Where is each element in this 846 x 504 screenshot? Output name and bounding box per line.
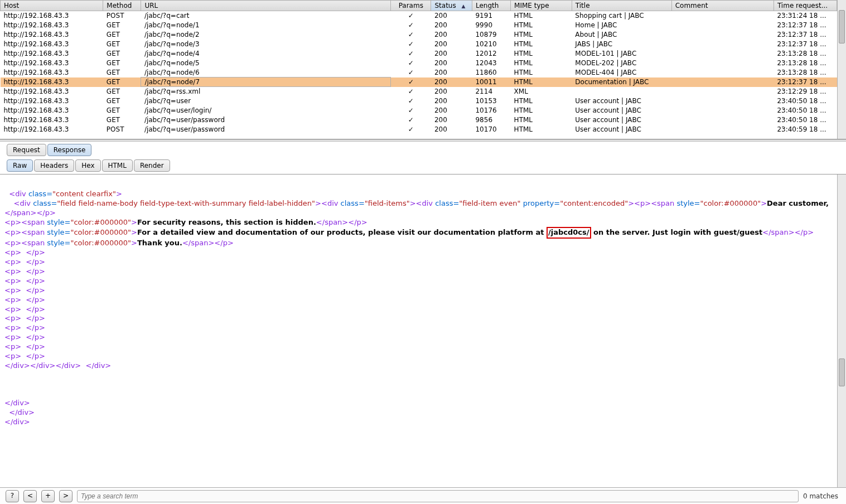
cell-time: 23:40:50 18 ...	[774, 96, 837, 106]
add-button[interactable]: +	[41, 490, 55, 502]
cell-comment	[671, 40, 774, 49]
column-header-title[interactable]: Title	[572, 1, 671, 11]
table-vertical-scrollbar[interactable]	[837, 0, 846, 139]
table-row[interactable]: http://192.168.43.3GET/jabc/?q=node/5✓20…	[1, 59, 837, 68]
cell-method: GET	[103, 106, 141, 115]
cell-title: User account | JABC	[572, 106, 671, 115]
cell-title: MODEL-404 | JABC	[572, 68, 671, 77]
column-header-time[interactable]: Time request...	[774, 1, 837, 11]
table-row[interactable]: http://192.168.43.3GET/jabc/?q=node/2✓20…	[1, 30, 837, 40]
cell-mime: HTML	[511, 49, 572, 59]
cell-time: 23:13:28 18 ...	[774, 59, 837, 68]
cell-title: Shopping cart | JABC	[572, 11, 671, 21]
column-header-mime[interactable]: MIME type	[511, 1, 572, 11]
cell-status: 200	[431, 77, 472, 87]
search-input[interactable]	[77, 490, 799, 502]
help-button[interactable]: ?	[6, 490, 19, 502]
cell-host: http://192.168.43.3	[1, 11, 103, 21]
table-row[interactable]: http://192.168.43.3GET/jabc/?q=user/logi…	[1, 106, 837, 115]
cell-url: /jabc/?q=node/6	[141, 68, 391, 77]
cell-method: GET	[103, 96, 141, 106]
cell-method: GET	[103, 40, 141, 49]
cell-length: 10879	[472, 30, 510, 40]
cell-title: About | JABC	[572, 30, 671, 40]
table-row[interactable]: http://192.168.43.3GET/jabc/?q=node/7✓20…	[1, 77, 837, 87]
column-header-comment[interactable]: Comment	[671, 1, 774, 11]
cell-length: 11860	[472, 68, 510, 77]
cell-mime: HTML	[511, 68, 572, 77]
cell-title	[572, 87, 671, 96]
cell-length: 2114	[472, 87, 510, 96]
table-row[interactable]: http://192.168.43.3GET/jabc/?q=node/6✓20…	[1, 68, 837, 77]
table-row[interactable]: http://192.168.43.3GET/jabc/?q=node/4✓20…	[1, 49, 837, 59]
highlighted-path: /jabcd0cs/	[547, 227, 591, 239]
column-header-length[interactable]: Length	[472, 1, 510, 11]
sort-asc-icon: ▲	[462, 3, 466, 9]
table-row[interactable]: http://192.168.43.3POST/jabc/?q=user/pas…	[1, 125, 837, 134]
subtab-html[interactable]: HTML	[102, 159, 133, 172]
cell-url: /jabc/?q=user/password	[141, 115, 391, 125]
subtab-render[interactable]: Render	[134, 159, 170, 172]
table-row[interactable]: http://192.168.43.3POST/jabc/?q=cart✓200…	[1, 11, 837, 21]
cell-params: ✓	[391, 68, 431, 77]
cell-host: http://192.168.43.3	[1, 40, 103, 49]
column-header-params[interactable]: Params	[391, 1, 431, 11]
cell-url: /jabc/?q=node/4	[141, 49, 391, 59]
cell-host: http://192.168.43.3	[1, 87, 103, 96]
column-header-host[interactable]: Host	[1, 1, 103, 11]
cell-host: http://192.168.43.3	[1, 96, 103, 106]
cell-params: ✓	[391, 115, 431, 125]
column-header-method[interactable]: Method	[103, 1, 141, 11]
cell-params: ✓	[391, 11, 431, 21]
cell-params: ✓	[391, 30, 431, 40]
table-row[interactable]: http://192.168.43.3GET/jabc/?q=rss.xml✓2…	[1, 87, 837, 96]
cell-host: http://192.168.43.3	[1, 115, 103, 125]
cell-title: User account | JABC	[572, 125, 671, 134]
cell-url: /jabc/?q=node/1	[141, 21, 391, 30]
raw-response-view[interactable]: <div class="content clearfix"> <div clas…	[0, 175, 837, 487]
cell-comment	[671, 68, 774, 77]
cell-title: Documentation | JABC	[572, 77, 671, 87]
subtab-hex[interactable]: Hex	[75, 159, 100, 172]
content-vertical-scrollbar[interactable]	[837, 175, 846, 487]
cell-url: /jabc/?q=cart	[141, 11, 391, 21]
table-row[interactable]: http://192.168.43.3GET/jabc/?q=user✓2001…	[1, 96, 837, 106]
cell-time: 23:40:50 18 ...	[774, 115, 837, 125]
subtab-raw[interactable]: Raw	[7, 159, 33, 172]
cell-length: 12043	[472, 59, 510, 68]
cell-status: 200	[431, 115, 472, 125]
cell-params: ✓	[391, 87, 431, 96]
cell-host: http://192.168.43.3	[1, 77, 103, 87]
cell-time: 23:31:24 18 ...	[774, 11, 837, 21]
cell-params: ✓	[391, 59, 431, 68]
table-row[interactable]: http://192.168.43.3GET/jabc/?q=user/pass…	[1, 115, 837, 125]
cell-comment	[671, 87, 774, 96]
tab-response[interactable]: Response	[47, 144, 92, 156]
cell-comment	[671, 115, 774, 125]
cell-mime: HTML	[511, 106, 572, 115]
cell-length: 10170	[472, 125, 510, 134]
table-row[interactable]: http://192.168.43.3GET/jabc/?q=node/3✓20…	[1, 40, 837, 49]
cell-method: GET	[103, 115, 141, 125]
cell-method: GET	[103, 30, 141, 40]
table-row[interactable]: http://192.168.43.3GET/jabc/?q=node/1✓20…	[1, 21, 837, 30]
tab-request[interactable]: Request	[7, 144, 46, 156]
column-header-status[interactable]: Status ▲	[431, 1, 472, 11]
cell-url: /jabc/?q=node/5	[141, 59, 391, 68]
cell-comment	[671, 11, 774, 21]
cell-title: MODEL-101 | JABC	[572, 49, 671, 59]
table-header-row[interactable]: HostMethodURLParamsStatus ▲LengthMIME ty…	[1, 1, 837, 11]
column-header-url[interactable]: URL	[141, 1, 391, 11]
cell-title: User account | JABC	[572, 96, 671, 106]
cell-length: 9990	[472, 21, 510, 30]
cell-status: 200	[431, 125, 472, 134]
cell-status: 200	[431, 59, 472, 68]
subtab-headers[interactable]: Headers	[34, 159, 74, 172]
next-match-button[interactable]: >	[59, 490, 72, 502]
prev-match-button[interactable]: <	[23, 490, 37, 502]
cell-time: 23:40:59 18 ...	[774, 125, 837, 134]
cell-time: 23:40:50 18 ...	[774, 106, 837, 115]
cell-url: /jabc/?q=user	[141, 96, 391, 106]
http-history-table[interactable]: HostMethodURLParamsStatus ▲LengthMIME ty…	[0, 0, 846, 139]
cell-host: http://192.168.43.3	[1, 21, 103, 30]
